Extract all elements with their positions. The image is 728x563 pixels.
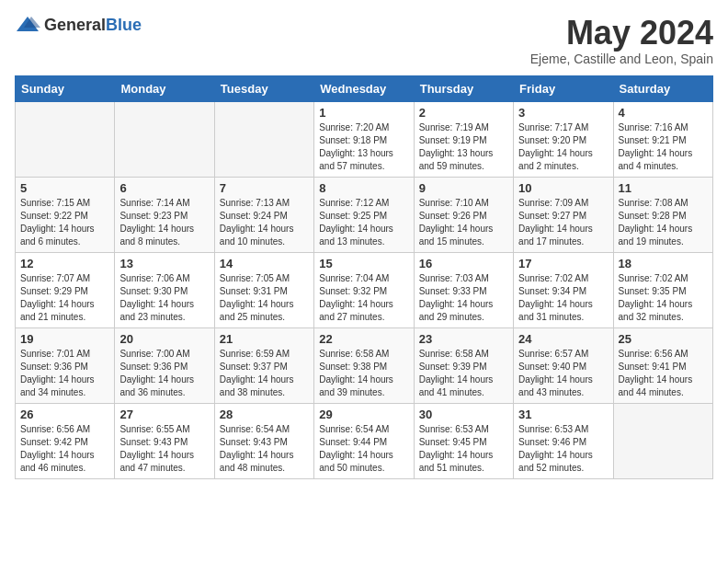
calendar-cell: 25Sunrise: 6:56 AM Sunset: 9:41 PM Dayli…: [613, 327, 712, 403]
day-number: 22: [319, 332, 408, 346]
calendar-cell: 24Sunrise: 6:57 AM Sunset: 9:40 PM Dayli…: [514, 327, 613, 403]
weekday-header-thursday: Thursday: [414, 75, 513, 101]
day-detail: Sunrise: 7:16 AM Sunset: 9:21 PM Dayligh…: [619, 121, 708, 173]
day-detail: Sunrise: 7:08 AM Sunset: 9:28 PM Dayligh…: [619, 197, 708, 248]
day-number: 19: [20, 332, 109, 346]
day-detail: Sunrise: 6:54 AM Sunset: 9:43 PM Dayligh…: [220, 423, 309, 475]
day-detail: Sunrise: 7:14 AM Sunset: 9:23 PM Dayligh…: [119, 197, 209, 248]
calendar-cell: 3Sunrise: 7:17 AM Sunset: 9:20 PM Daylig…: [514, 101, 613, 177]
calendar-week-row: 26Sunrise: 6:56 AM Sunset: 9:42 PM Dayli…: [16, 403, 713, 478]
calendar-cell: 14Sunrise: 7:05 AM Sunset: 9:31 PM Dayli…: [214, 252, 313, 327]
day-detail: Sunrise: 7:06 AM Sunset: 9:30 PM Dayligh…: [119, 272, 209, 324]
calendar-cell: 4Sunrise: 7:16 AM Sunset: 9:21 PM Daylig…: [613, 101, 712, 177]
calendar-cell: 1Sunrise: 7:20 AM Sunset: 9:18 PM Daylig…: [314, 101, 414, 177]
day-detail: Sunrise: 7:12 AM Sunset: 9:25 PM Dayligh…: [319, 197, 408, 248]
calendar-week-row: 5Sunrise: 7:15 AM Sunset: 9:22 PM Daylig…: [16, 177, 713, 252]
day-number: 17: [518, 257, 608, 270]
day-number: 26: [20, 408, 109, 421]
weekday-header-row: SundayMondayTuesdayWednesdayThursdayFrid…: [16, 75, 713, 101]
calendar-cell: 21Sunrise: 6:59 AM Sunset: 9:37 PM Dayli…: [214, 327, 313, 403]
day-number: 8: [319, 181, 408, 195]
calendar-cell: 2Sunrise: 7:19 AM Sunset: 9:19 PM Daylig…: [414, 101, 513, 177]
day-number: 6: [119, 181, 209, 195]
calendar-week-row: 1Sunrise: 7:20 AM Sunset: 9:18 PM Daylig…: [16, 101, 713, 177]
calendar-cell: 15Sunrise: 7:04 AM Sunset: 9:32 PM Dayli…: [314, 252, 414, 327]
day-number: 2: [419, 106, 508, 120]
logo-general-text: General: [44, 16, 106, 35]
day-number: 27: [119, 408, 209, 421]
weekday-header-saturday: Saturday: [613, 75, 712, 101]
day-number: 18: [619, 257, 708, 270]
logo-blue-text: Blue: [106, 16, 142, 35]
calendar-cell: 11Sunrise: 7:08 AM Sunset: 9:28 PM Dayli…: [613, 177, 712, 252]
day-number: 7: [220, 181, 309, 195]
calendar-cell: 5Sunrise: 7:15 AM Sunset: 9:22 PM Daylig…: [16, 177, 115, 252]
day-number: 13: [119, 257, 209, 270]
day-number: 1: [319, 106, 408, 120]
day-number: 31: [518, 408, 608, 421]
day-number: 16: [419, 257, 508, 270]
day-number: 20: [119, 332, 209, 346]
day-detail: Sunrise: 7:10 AM Sunset: 9:26 PM Dayligh…: [419, 197, 508, 248]
day-detail: Sunrise: 7:04 AM Sunset: 9:32 PM Dayligh…: [319, 272, 408, 324]
day-detail: Sunrise: 6:55 AM Sunset: 9:43 PM Dayligh…: [119, 423, 209, 475]
day-detail: Sunrise: 6:53 AM Sunset: 9:45 PM Dayligh…: [419, 423, 508, 475]
day-number: 23: [419, 332, 508, 346]
calendar-table: SundayMondayTuesdayWednesdayThursdayFrid…: [15, 75, 713, 479]
calendar-subtitle: Ejeme, Castille and Leon, Spain: [530, 52, 713, 66]
weekday-header-wednesday: Wednesday: [314, 75, 414, 101]
day-number: 10: [518, 181, 608, 195]
logo-icon: [15, 15, 40, 35]
day-number: 15: [319, 257, 408, 270]
day-detail: Sunrise: 7:03 AM Sunset: 9:33 PM Dayligh…: [419, 272, 508, 324]
day-detail: Sunrise: 7:17 AM Sunset: 9:20 PM Dayligh…: [518, 121, 608, 173]
day-detail: Sunrise: 7:00 AM Sunset: 9:36 PM Dayligh…: [119, 348, 209, 399]
calendar-cell: [214, 101, 313, 177]
calendar-cell: [613, 403, 712, 478]
calendar-cell: 28Sunrise: 6:54 AM Sunset: 9:43 PM Dayli…: [214, 403, 313, 478]
calendar-cell: 31Sunrise: 6:53 AM Sunset: 9:46 PM Dayli…: [514, 403, 613, 478]
day-number: 5: [20, 181, 109, 195]
title-area: May 2024 Ejeme, Castille and Leon, Spain: [530, 15, 713, 66]
calendar-cell: 9Sunrise: 7:10 AM Sunset: 9:26 PM Daylig…: [414, 177, 513, 252]
calendar-cell: 16Sunrise: 7:03 AM Sunset: 9:33 PM Dayli…: [414, 252, 513, 327]
day-detail: Sunrise: 6:57 AM Sunset: 9:40 PM Dayligh…: [518, 348, 608, 399]
day-detail: Sunrise: 6:56 AM Sunset: 9:41 PM Dayligh…: [619, 348, 708, 399]
page-header: General Blue May 2024 Ejeme, Castille an…: [15, 15, 713, 66]
logo: General Blue: [15, 15, 142, 35]
calendar-cell: 23Sunrise: 6:58 AM Sunset: 9:39 PM Dayli…: [414, 327, 513, 403]
calendar-cell: 13Sunrise: 7:06 AM Sunset: 9:30 PM Dayli…: [115, 252, 214, 327]
day-number: 12: [20, 257, 109, 270]
day-detail: Sunrise: 6:58 AM Sunset: 9:39 PM Dayligh…: [419, 348, 508, 399]
weekday-header-sunday: Sunday: [16, 75, 115, 101]
day-detail: Sunrise: 6:56 AM Sunset: 9:42 PM Dayligh…: [20, 423, 109, 475]
calendar-cell: 8Sunrise: 7:12 AM Sunset: 9:25 PM Daylig…: [314, 177, 414, 252]
weekday-header-monday: Monday: [115, 75, 214, 101]
day-detail: Sunrise: 7:07 AM Sunset: 9:29 PM Dayligh…: [20, 272, 109, 324]
calendar-cell: 20Sunrise: 7:00 AM Sunset: 9:36 PM Dayli…: [115, 327, 214, 403]
day-detail: Sunrise: 6:54 AM Sunset: 9:44 PM Dayligh…: [319, 423, 408, 475]
day-detail: Sunrise: 7:15 AM Sunset: 9:22 PM Dayligh…: [20, 197, 109, 248]
day-number: 30: [419, 408, 508, 421]
calendar-cell: 29Sunrise: 6:54 AM Sunset: 9:44 PM Dayli…: [314, 403, 414, 478]
calendar-week-row: 19Sunrise: 7:01 AM Sunset: 9:36 PM Dayli…: [16, 327, 713, 403]
calendar-cell: 12Sunrise: 7:07 AM Sunset: 9:29 PM Dayli…: [16, 252, 115, 327]
day-detail: Sunrise: 7:19 AM Sunset: 9:19 PM Dayligh…: [419, 121, 508, 173]
calendar-cell: [16, 101, 115, 177]
day-detail: Sunrise: 6:59 AM Sunset: 9:37 PM Dayligh…: [220, 348, 309, 399]
calendar-cell: 22Sunrise: 6:58 AM Sunset: 9:38 PM Dayli…: [314, 327, 414, 403]
calendar-cell: 27Sunrise: 6:55 AM Sunset: 9:43 PM Dayli…: [115, 403, 214, 478]
calendar-cell: 7Sunrise: 7:13 AM Sunset: 9:24 PM Daylig…: [214, 177, 313, 252]
calendar-cell: 10Sunrise: 7:09 AM Sunset: 9:27 PM Dayli…: [514, 177, 613, 252]
day-number: 11: [619, 181, 708, 195]
calendar-cell: 30Sunrise: 6:53 AM Sunset: 9:45 PM Dayli…: [414, 403, 513, 478]
day-detail: Sunrise: 7:01 AM Sunset: 9:36 PM Dayligh…: [20, 348, 109, 399]
day-number: 29: [319, 408, 408, 421]
day-number: 24: [518, 332, 608, 346]
calendar-week-row: 12Sunrise: 7:07 AM Sunset: 9:29 PM Dayli…: [16, 252, 713, 327]
day-detail: Sunrise: 7:05 AM Sunset: 9:31 PM Dayligh…: [220, 272, 309, 324]
weekday-header-friday: Friday: [514, 75, 613, 101]
day-number: 3: [518, 106, 608, 120]
day-detail: Sunrise: 6:58 AM Sunset: 9:38 PM Dayligh…: [319, 348, 408, 399]
day-detail: Sunrise: 7:09 AM Sunset: 9:27 PM Dayligh…: [518, 197, 608, 248]
